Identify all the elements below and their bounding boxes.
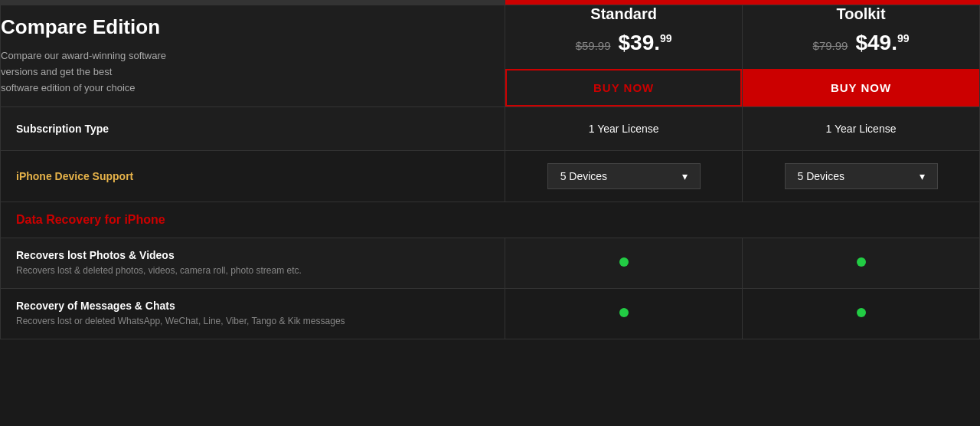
device-support-label: iPhone Device Support [1,151,505,202]
feature-standard-check-0 [505,238,743,289]
toolkit-current-price: $49.99 [855,31,909,55]
standard-original-price: $59.99 [576,39,611,52]
feature-standard-check-1 [505,288,743,339]
compare-table: Compare Edition Compare our award-winnin… [0,5,980,339]
standard-buy-button[interactable]: BUY NOW [505,69,742,106]
standard-header-cell: Standard $59.99 $39.99 BUY NOW [505,5,743,107]
toolkit-buy-button[interactable]: BUY NOW [743,69,979,106]
toolkit-check-dot-1 [857,308,866,317]
section-title: Data Recovery for iPhone [16,213,165,226]
header-row: Compare Edition Compare our award-winnin… [1,5,980,107]
toolkit-check-dot-0 [857,257,866,267]
feature-desc-1: Recovers lost or deleted WhatsApp, WeCha… [16,315,489,328]
feature-label-0: Recovers lost Photos & Videos Recovers l… [1,238,505,289]
toolkit-header-cell: Toolkit $79.99 $49.99 BUY NOW [743,5,980,107]
toolkit-edition-name: Toolkit [743,5,979,23]
toolkit-price-row: $79.99 $49.99 [743,31,979,55]
standard-check-dot-0 [619,257,629,267]
standard-price-row: $59.99 $39.99 [505,31,742,55]
feature-desc-0: Recovers lost & deleted photos, videos, … [16,264,489,277]
feature-row-0: Recovers lost Photos & Videos Recovers l… [1,238,980,289]
feature-row-1: Recovery of Messages & Chats Recovers lo… [1,288,980,339]
toolkit-subscription-value: 1 Year License [743,107,980,151]
device-support-row: iPhone Device Support 5 Devices ▾ 5 Devi… [1,151,980,202]
standard-edition-name: Standard [505,5,742,23]
toolkit-device-select-cell: 5 Devices ▾ [743,151,980,202]
subscription-row: Subscription Type 1 Year License 1 Year … [1,107,980,151]
feature-label-1: Recovery of Messages & Chats Recovers lo… [1,288,505,339]
feature-name-1: Recovery of Messages & Chats [16,300,489,312]
toolkit-device-value: 5 Devices [798,170,844,182]
top-bar-right [505,0,980,5]
standard-device-dropdown[interactable]: 5 Devices ▾ [547,163,701,189]
section-header-cell: Data Recovery for iPhone [1,202,980,238]
section-header-row: Data Recovery for iPhone [1,202,980,238]
toolkit-chevron-icon: ▾ [920,170,925,182]
top-bar [0,0,980,5]
compare-description: Compare our award-winning software versi… [1,48,505,96]
subscription-label: Subscription Type [1,107,505,151]
toolkit-original-price: $79.99 [813,39,848,52]
standard-check-dot-1 [619,308,629,317]
header-label-cell: Compare Edition Compare our award-winnin… [1,5,505,107]
feature-toolkit-check-1 [743,288,980,339]
standard-device-select-cell: 5 Devices ▾ [505,151,743,202]
feature-toolkit-check-0 [743,238,980,289]
standard-current-price: $39.99 [619,31,672,55]
standard-device-value: 5 Devices [560,170,607,182]
feature-name-0: Recovers lost Photos & Videos [16,249,489,261]
top-bar-left [0,0,505,5]
toolkit-device-dropdown[interactable]: 5 Devices ▾ [785,163,938,189]
standard-subscription-value: 1 Year License [505,107,743,151]
standard-chevron-icon: ▾ [682,170,688,182]
compare-title: Compare Edition [1,15,505,39]
